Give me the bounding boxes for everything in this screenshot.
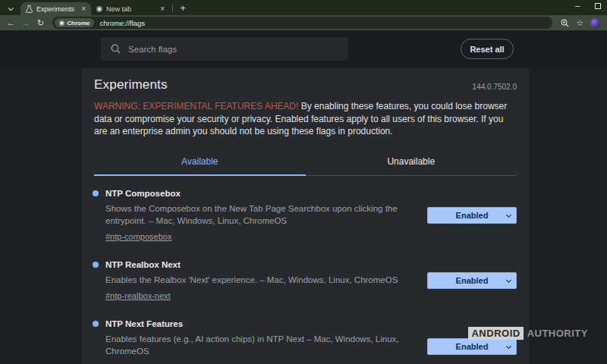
- warning-highlight: WARNING: EXPERIMENTAL FEATURES AHEAD!: [94, 101, 298, 111]
- flask-icon: [26, 5, 33, 13]
- flag-permalink[interactable]: #ntp-realbox-next: [105, 291, 171, 300]
- flag-title: NTP Composebox: [105, 189, 404, 198]
- card-head: Experiments 144.0.7502.0: [94, 77, 517, 93]
- flag-info: NTP Next Features Enables features (e.g.…: [94, 319, 404, 364]
- flag-row: NTP Realbox Next Enables the Realbox 'Ne…: [94, 260, 517, 302]
- flag-info: NTP Realbox Next Enables the Realbox 'Ne…: [94, 260, 404, 302]
- flag-row: NTP Composebox Shows the Composebox on t…: [94, 189, 517, 243]
- flags-card: Experiments 144.0.7502.0 WARNING: EXPERI…: [82, 68, 529, 364]
- browser-window: Experiments × New tab × + – ← → ↻ Chrome…: [0, 0, 607, 364]
- tab-title: New tab: [106, 5, 131, 13]
- chevron-down-icon: [506, 343, 511, 348]
- chrome-logo-icon: [59, 20, 64, 26]
- warning-text: WARNING: EXPERIMENTAL FEATURES AHEAD! By…: [94, 100, 517, 138]
- watermark-authority: AUTHORITY: [527, 328, 588, 339]
- watermark: ANDROID AUTHORITY: [468, 327, 588, 340]
- search-input[interactable]: [128, 45, 338, 54]
- flag-select-value: Enabled: [456, 211, 489, 220]
- minimize-icon[interactable]: –: [575, 2, 580, 10]
- url-text: chrome://flags: [99, 19, 145, 27]
- chevron-down-icon: [8, 5, 13, 11]
- flag-select-value: Enabled: [456, 276, 489, 285]
- tab-search-button[interactable]: [4, 3, 16, 14]
- flag-description: Enables features (e.g., AI action chips)…: [105, 333, 404, 357]
- flag-row: NTP Next Features Enables features (e.g.…: [94, 319, 517, 364]
- flag-select-value: Enabled: [456, 342, 489, 351]
- forward-icon[interactable]: →: [22, 19, 30, 27]
- search-icon: [111, 44, 121, 54]
- flags-header: Reset all: [0, 30, 607, 68]
- version-label: 144.0.7502.0: [473, 83, 517, 93]
- flags-search-box[interactable]: [101, 37, 348, 61]
- tab-divider: [172, 5, 173, 12]
- close-icon[interactable]: ×: [81, 5, 86, 13]
- flag-description: Shows the Composebox on the New Tab Page…: [105, 202, 404, 227]
- flag-select-dropdown[interactable]: Enabled: [427, 338, 517, 355]
- new-tab-button[interactable]: +: [177, 3, 189, 13]
- flag-permalink[interactable]: #ntp-composebox: [105, 232, 171, 241]
- flag-status-dot-icon: [93, 321, 99, 327]
- page-title: Experiments: [94, 77, 168, 93]
- flag-title: NTP Realbox Next: [105, 260, 404, 269]
- favicon-globe-icon: [96, 6, 102, 12]
- reset-all-button[interactable]: Reset all: [461, 39, 514, 59]
- flag-select-dropdown[interactable]: Enabled: [427, 272, 517, 289]
- chevron-down-icon: [506, 278, 511, 283]
- view-tabs: Available Unavailable: [94, 149, 517, 176]
- flag-status-dot-icon: [93, 262, 99, 268]
- tab-experiments[interactable]: Experiments ×: [20, 2, 91, 15]
- flag-select-dropdown[interactable]: Enabled: [427, 207, 517, 224]
- close-icon[interactable]: ×: [160, 5, 165, 13]
- bookmark-star-icon[interactable]: ☆: [576, 18, 583, 28]
- reload-icon[interactable]: ↻: [37, 19, 44, 27]
- browser-toolbar: ← → ↻ Chrome chrome://flags ☆: [0, 15, 607, 30]
- zoom-icon[interactable]: [561, 19, 569, 27]
- tab-strip: Experiments × New tab × + –: [0, 0, 607, 15]
- flag-status-dot-icon: [93, 190, 99, 196]
- chevron-down-icon: [506, 212, 511, 218]
- profile-avatar[interactable]: [590, 18, 600, 28]
- address-bar[interactable]: Chrome chrome://flags: [52, 17, 552, 29]
- watermark-android: ANDROID: [468, 327, 523, 340]
- page-body: Experiments 144.0.7502.0 WARNING: EXPERI…: [0, 68, 607, 364]
- flag-info: NTP Composebox Shows the Composebox on t…: [94, 189, 404, 243]
- tab-title: Experiments: [36, 5, 74, 13]
- tab-available[interactable]: Available: [94, 149, 306, 176]
- tab-unavailable[interactable]: Unavailable: [306, 149, 517, 176]
- toolbar-right: ☆: [561, 18, 600, 28]
- back-icon[interactable]: ←: [7, 19, 15, 27]
- site-chip-label: Chrome: [67, 20, 90, 27]
- flag-title: NTP Next Features: [105, 319, 404, 328]
- site-chip[interactable]: Chrome: [55, 18, 94, 27]
- maximize-icon[interactable]: [595, 3, 601, 9]
- window-controls: –: [575, 2, 601, 10]
- flag-description: Enables the Realbox 'Next' experience. –…: [105, 274, 404, 286]
- tab-new-tab[interactable]: New tab ×: [91, 2, 170, 15]
